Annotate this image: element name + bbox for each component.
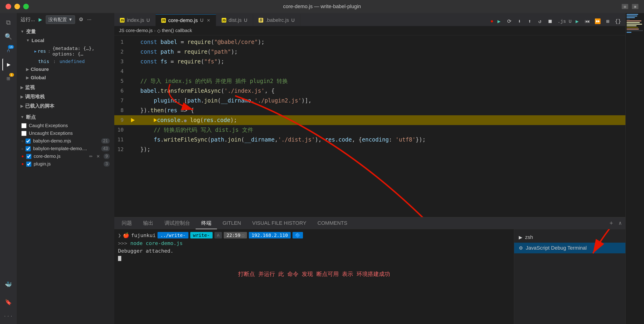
debug-run-btn[interactable]: ▶: [572, 17, 582, 26]
breakpoints-section: ▼ 断点 Caught Exceptions Uncaught Exceptio…: [17, 113, 114, 168]
gear-icon[interactable]: ⚙: [79, 17, 84, 23]
bp-close-icon[interactable]: ✕: [96, 154, 100, 159]
traffic-lights: [6, 4, 29, 9]
debug-step-into-btn[interactable]: ⬇: [515, 17, 524, 26]
panel-add-tab-btn[interactable]: +: [606, 220, 617, 227]
term-js-debug-item[interactable]: ⚙ JavaScript Debug Terminal: [514, 243, 626, 253]
debug-call-stack-btn[interactable]: ⊞: [603, 17, 612, 26]
debug-step-over-btn[interactable]: ⟳: [504, 17, 514, 26]
babelrc-icon: B: [258, 18, 263, 23]
gear-debug-icon: ⚙: [519, 245, 523, 251]
minimap-line: [626, 22, 640, 23]
activity-icon-bookmarks[interactable]: 🔖: [2, 296, 14, 308]
code-line-6: 6 babel.transformFileAsync('./index.js',…: [114, 86, 626, 96]
code-line-7: 7 plugins: [path.join(__dirname,'./plugi…: [114, 96, 626, 106]
bp-plugin-checkbox[interactable]: [26, 162, 31, 167]
variables-section: ▼ 变量 ▼ Local ▶ res : {metadata: {…},: [17, 26, 114, 83]
activity-icon-extensions[interactable]: ⊞ 1: [2, 73, 14, 85]
variables-header[interactable]: ▼ 变量: [17, 27, 114, 36]
breakpoints-header[interactable]: ▼ 断点: [17, 113, 114, 122]
debug-sidebar: 运行... ▶ 没有配置 ▼ ⚙ ··· ▼ 变量 ▼: [17, 13, 114, 324]
bp-edit-icon[interactable]: ✏: [89, 154, 93, 159]
debug-restart-btn[interactable]: ↺: [535, 17, 544, 26]
panel-tab-gitlen[interactable]: GITLEN: [217, 218, 246, 229]
debug-back-btn[interactable]: ⏮: [583, 17, 592, 26]
activity-icon-run[interactable]: ▶: [2, 59, 14, 71]
bp-core-demo-checkbox[interactable]: [26, 154, 31, 159]
tab-index-js[interactable]: JS index.js U: [114, 15, 156, 26]
activity-bar: ⧉ 🔍 ⑃ 16 ▶ ⊞ 1 🐳 🔖 ···: [0, 13, 17, 324]
debug-stop-btn[interactable]: ⏹: [546, 17, 555, 26]
panel-tab-debug-console[interactable]: 调试控制台: [159, 218, 196, 229]
terminal-command: node core-demo.js: [130, 240, 182, 246]
layout-btn[interactable]: ▤: [622, 4, 628, 9]
callstack-header[interactable]: ▶ 调用堆栈: [17, 92, 114, 101]
closure-section: ▶ Closure: [17, 65, 114, 74]
tab-close-icon[interactable]: ✕: [207, 18, 210, 23]
bp-babylon-template: ○ babylon-template-demo.... 43: [17, 145, 114, 152]
closure-header[interactable]: ▶ Closure: [22, 65, 114, 74]
close-button[interactable]: [6, 4, 11, 9]
activity-icon-scm[interactable]: ⑃ 16: [2, 45, 14, 57]
minimap-line: [626, 19, 630, 20]
debug-step-out-btn[interactable]: ⬆: [525, 17, 534, 26]
minimap-line: [626, 24, 642, 25]
activity-icon-files[interactable]: ⧉: [2, 17, 14, 29]
bp-plugin-filename: plugin.js: [34, 161, 101, 167]
terminal-annotation: 打断点 并运行 此 命令 发现 断点可用 表示 环境搭建成功: [118, 270, 510, 278]
tab-bar: JS index.js U JS core-demo.js U ✕ JS dis…: [114, 13, 626, 26]
loaded-scripts-header[interactable]: ▶ 已载入的脚本: [17, 101, 114, 111]
bp-babylon-template-checkbox[interactable]: [26, 146, 31, 151]
tab-babelrc-js[interactable]: B .babelrc.js U: [253, 15, 300, 26]
chevron-down-icon: ▼: [68, 17, 72, 22]
maximize-button[interactable]: [23, 4, 29, 9]
local-header[interactable]: ▼ Local: [22, 36, 114, 45]
tab-dist-js[interactable]: JS dist.js U: [216, 15, 253, 26]
layout-btn-2[interactable]: ▣: [632, 4, 638, 9]
bp-caught-exceptions: Caught Exceptions: [17, 122, 114, 129]
code-line-11: 11 fs.writeFileSync(path.join(__dirname,…: [114, 135, 626, 145]
panel-tab-terminal[interactable]: 终端: [196, 218, 217, 229]
terminal-command-line: >>> node core-demo.js: [118, 240, 510, 246]
debug-continue-btn[interactable]: ▶: [494, 17, 504, 26]
terminal-ip-icon: 🔷: [292, 232, 303, 238]
bp-babylon-demo-checkbox[interactable]: [26, 139, 31, 144]
activity-icon-search[interactable]: 🔍: [2, 31, 14, 43]
bp-babylon-demo: ○ babylon-demo.mjs 21: [17, 137, 114, 145]
tab-dist-modified: U: [244, 18, 247, 23]
panel-tab-comments[interactable]: COMMENTS: [312, 218, 353, 229]
editor-area: JS index.js U JS core-demo.js U ✕ JS dis…: [114, 13, 626, 324]
activity-icon-docker[interactable]: 🐳: [2, 278, 14, 290]
bp-uncaught-checkbox[interactable]: [21, 131, 26, 136]
minimap-line: [626, 29, 639, 30]
js-icon-3: JS: [222, 18, 226, 23]
more-icon[interactable]: ···: [87, 17, 91, 23]
bp-uncaught-label: Uncaught Exceptions: [29, 131, 73, 136]
watch-header[interactable]: ▶ 监视: [17, 83, 114, 92]
tab-core-demo-js[interactable]: JS core-demo.js U ✕: [156, 15, 216, 26]
minimize-button[interactable]: [14, 4, 20, 9]
term-zsh-item[interactable]: ▶ zsh: [514, 232, 626, 243]
var-res[interactable]: ▶ res : {metadata: {…}, options: {…: [27, 45, 114, 58]
terminal-main[interactable]: ❯ 🍎 fujunkui ../write- write- ⑃ 22:59 □: [114, 229, 514, 324]
config-dropdown[interactable]: 没有配置 ▼: [46, 15, 75, 24]
bp-caught-checkbox[interactable]: [21, 123, 26, 128]
debug-toolbar: ● ▶ ⟳ ⬇ ⬆ ↺ ⏹ .js U ▶ ⏮ ⏩ ⊞ {}: [488, 17, 626, 26]
terminal-prompt: ❯ 🍎 fujunkui ../write- write- ⑃ 22:59 □: [118, 232, 510, 238]
run-play-icon[interactable]: ▶: [38, 17, 42, 22]
bp-caught-label: Caught Exceptions: [29, 123, 68, 128]
panel-tab-vfh[interactable]: VISUAL FILE HISTORY: [246, 218, 312, 229]
activity-icon-more[interactable]: ···: [2, 310, 14, 322]
global-header[interactable]: ▶ Global: [22, 74, 114, 82]
debug-toggle-btn[interactable]: {}: [613, 17, 623, 26]
code-editor[interactable]: 1 const babel = require("@babel/core"); …: [114, 35, 626, 217]
panel-tab-issues[interactable]: 问题: [116, 218, 138, 229]
debug-pointer-icon: [131, 118, 135, 122]
panel-collapse-btn[interactable]: ∧: [617, 220, 624, 226]
debug-forward-btn[interactable]: ⏩: [593, 17, 602, 26]
code-line-12: 12 });: [114, 145, 626, 154]
bp-babylon-demo-filename: babylon-demo.mjs: [33, 138, 99, 144]
minimap-line: [626, 30, 643, 31]
code-line-4: 4: [114, 67, 626, 76]
panel-tab-output[interactable]: 输出: [138, 218, 159, 229]
